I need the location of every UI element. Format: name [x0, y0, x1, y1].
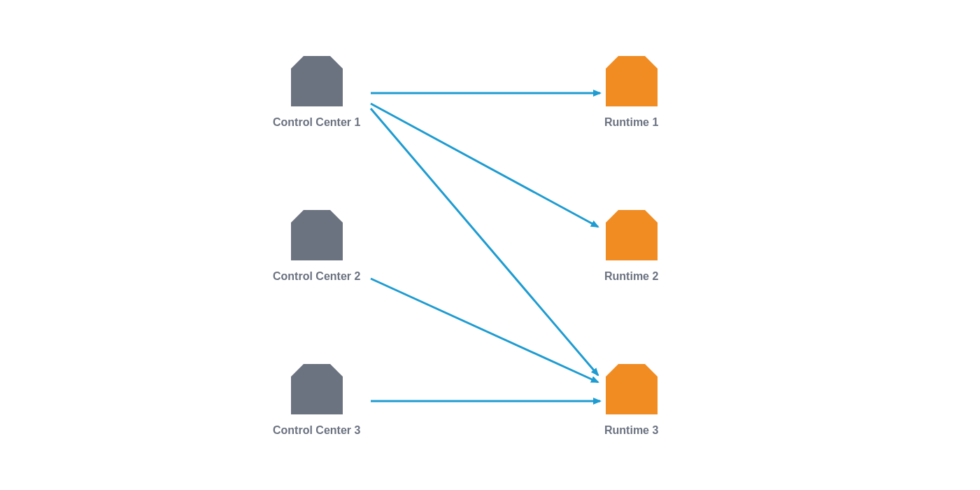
- svg-marker-3: [291, 364, 343, 414]
- node-control-center-2: Control Center 2: [273, 210, 360, 283]
- node-label: Runtime 3: [604, 424, 658, 437]
- node-label: Runtime 2: [604, 270, 658, 283]
- svg-marker-5: [606, 210, 658, 260]
- svg-marker-2: [291, 210, 343, 260]
- node-control-center-1: Control Center 1: [273, 56, 360, 129]
- server-icon: [606, 364, 658, 414]
- svg-marker-6: [606, 364, 658, 414]
- arrow-cc2-rt3: [371, 279, 598, 382]
- diagram-canvas: Control Center 1 Control Center 2 Contro…: [0, 0, 980, 490]
- server-icon: [291, 364, 343, 414]
- server-icon: [291, 56, 343, 106]
- server-icon: [606, 56, 658, 106]
- node-label: Control Center 3: [273, 424, 360, 437]
- node-control-center-3: Control Center 3: [273, 364, 360, 437]
- node-label: Runtime 1: [604, 116, 658, 129]
- server-icon: [291, 210, 343, 260]
- arrow-cc1-rt3: [371, 108, 598, 375]
- node-label: Control Center 1: [273, 116, 360, 129]
- node-runtime-1: Runtime 1: [604, 56, 658, 129]
- server-icon: [606, 210, 658, 260]
- arrows-layer: [0, 0, 980, 490]
- node-runtime-3: Runtime 3: [604, 364, 658, 437]
- arrow-cc1-rt2: [371, 104, 598, 227]
- svg-marker-1: [291, 56, 343, 106]
- svg-marker-4: [606, 56, 658, 106]
- node-runtime-2: Runtime 2: [604, 210, 658, 283]
- node-label: Control Center 2: [273, 270, 360, 283]
